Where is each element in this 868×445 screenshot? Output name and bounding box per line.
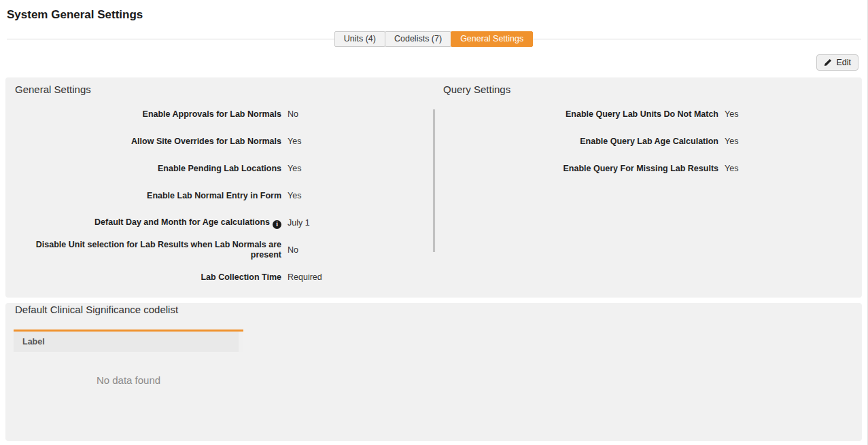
toolbar: Edit — [0, 54, 867, 71]
setting-label: Enable Query Lab Units Do Not Match — [434, 109, 718, 120]
info-icon[interactable]: i — [273, 220, 281, 229]
column-divider — [434, 109, 434, 252]
table-empty-message: No data found — [14, 374, 243, 386]
setting-label: Enable Query Lab Age Calculation — [434, 137, 718, 147]
general-settings-title: General Settings — [15, 83, 434, 96]
setting-value: Yes — [725, 109, 738, 119]
setting-value: Yes — [288, 164, 301, 173]
general-settings-column: General Settings Enable Approvals for La… — [5, 77, 434, 298]
tab-bar: Units (4) Codelists (7) General Settings — [0, 31, 867, 47]
edit-button[interactable]: Edit — [816, 54, 858, 71]
table-header-label[interactable]: Label — [14, 332, 239, 352]
setting-row: Default Day and Month for Age calculatio… — [5, 209, 434, 236]
setting-value: No — [288, 109, 298, 119]
system-general-settings-page: System General Settings Units (4) Codeli… — [0, 0, 868, 445]
edit-button-label: Edit — [836, 58, 851, 67]
setting-value: Yes — [725, 164, 738, 173]
setting-row: Allow Site Overrides for Lab Normals Yes — [5, 128, 434, 155]
tab-units[interactable]: Units (4) — [334, 31, 385, 47]
setting-label: Enable Approvals for Lab Normals — [5, 109, 281, 120]
codelist-panel: Default Clinical Significance codelist L… — [5, 303, 862, 441]
setting-value: Yes — [288, 137, 301, 146]
codelist-table: Label No data found — [14, 330, 243, 386]
setting-value: Yes — [288, 191, 301, 200]
query-settings-title: Query Settings — [443, 83, 862, 96]
table-header-row: Label — [14, 332, 243, 352]
setting-value: Yes — [725, 137, 738, 146]
codelist-title: Default Clinical Significance codelist — [15, 303, 862, 317]
setting-label: Allow Site Overrides for Lab Normals — [5, 137, 281, 147]
setting-label: Enable Lab Normal Entry in Form — [5, 191, 281, 201]
settings-panel: General Settings Enable Approvals for La… — [5, 77, 862, 298]
setting-label: Lab Collection Time — [5, 272, 281, 283]
query-settings-column: Query Settings Enable Query Lab Units Do… — [434, 77, 862, 298]
setting-row: Lab Collection Time Required — [5, 264, 434, 291]
tabs-container: Units (4) Codelists (7) General Settings — [0, 31, 867, 47]
tab-codelists[interactable]: Codelists (7) — [385, 31, 451, 47]
setting-row: Enable Approvals for Lab Normals No — [5, 101, 434, 128]
setting-value: Required — [288, 272, 322, 282]
setting-label: Default Day and Month for Age calculatio… — [5, 217, 281, 229]
setting-row: Enable Query For Missing Lab Results Yes — [434, 155, 862, 182]
page-title: System General Settings — [0, 0, 867, 21]
setting-label: Enable Query For Missing Lab Results — [434, 164, 718, 174]
setting-label: Disable Unit selection for Lab Results w… — [5, 240, 281, 260]
setting-row: Disable Unit selection for Lab Results w… — [5, 236, 434, 264]
setting-row: Enable Lab Normal Entry in Form Yes — [5, 182, 434, 209]
setting-value: No — [288, 245, 298, 255]
tab-general-settings[interactable]: General Settings — [451, 31, 533, 47]
setting-row: Enable Query Lab Age Calculation Yes — [434, 128, 862, 155]
setting-label: Enable Pending Lab Locations — [5, 164, 281, 174]
setting-row: Enable Pending Lab Locations Yes — [5, 155, 434, 182]
pencil-icon — [824, 58, 832, 67]
setting-row: Enable Query Lab Units Do Not Match Yes — [434, 101, 862, 128]
general-settings-rows: Enable Approvals for Lab Normals No Allo… — [5, 101, 434, 291]
table-scroll-gutter — [239, 332, 243, 352]
setting-value: July 1 — [288, 218, 310, 228]
query-settings-rows: Enable Query Lab Units Do Not Match Yes … — [434, 101, 862, 182]
